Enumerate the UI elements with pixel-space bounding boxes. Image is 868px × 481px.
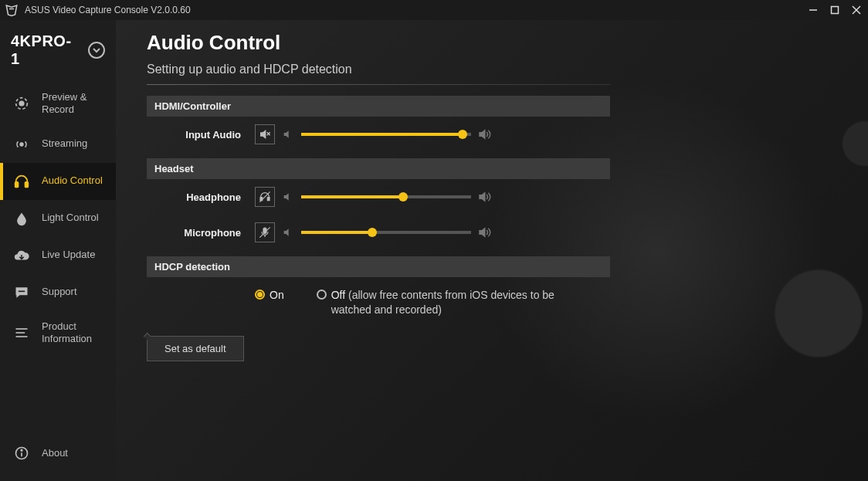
svg-marker-20 bbox=[480, 130, 485, 139]
device-switcher[interactable]: 4KPRO-1 bbox=[0, 25, 116, 82]
volume-low-icon bbox=[281, 190, 295, 204]
close-button[interactable] bbox=[849, 3, 863, 17]
svg-rect-7 bbox=[15, 181, 19, 186]
sidebar-item-about[interactable]: About bbox=[0, 435, 116, 472]
headphones-icon bbox=[12, 172, 31, 191]
svg-marker-29 bbox=[284, 229, 289, 235]
sidebar-item-product-info[interactable]: Product Information bbox=[0, 311, 116, 355]
sidebar: 4KPRO-1 Preview & Record bbox=[0, 20, 116, 481]
row-input-audio: Input Audio bbox=[147, 117, 610, 152]
svg-rect-9 bbox=[19, 290, 25, 292]
volume-low-icon bbox=[281, 225, 295, 239]
svg-point-5 bbox=[19, 102, 24, 107]
headphone-label: Headphone bbox=[143, 191, 255, 203]
chevron-down-icon bbox=[88, 42, 105, 59]
info-icon bbox=[12, 444, 31, 462]
svg-point-6 bbox=[20, 143, 23, 146]
microphone-mute-toggle[interactable] bbox=[255, 222, 275, 242]
list-icon bbox=[12, 323, 31, 342]
svg-marker-30 bbox=[480, 229, 485, 237]
svg-point-15 bbox=[21, 449, 22, 451]
sidebar-item-support[interactable]: Support bbox=[0, 274, 116, 311]
radio-label: Off (allow free contents from iOS device… bbox=[331, 288, 578, 317]
radio-icon bbox=[317, 290, 327, 300]
headphone-mute-toggle[interactable] bbox=[255, 187, 275, 207]
hdcp-radio-off[interactable]: Off (allow free contents from iOS device… bbox=[317, 288, 578, 317]
sidebar-item-label: Preview & Record bbox=[42, 91, 108, 117]
section-header: HDCP detection bbox=[147, 256, 610, 277]
stream-icon bbox=[12, 135, 31, 154]
row-microphone: Microphone bbox=[147, 215, 610, 250]
svg-rect-1 bbox=[832, 7, 839, 14]
section-headset: Headset Headphone bbox=[147, 158, 610, 250]
volume-high-icon bbox=[477, 225, 491, 239]
svg-marker-24 bbox=[284, 193, 289, 200]
set-as-default-button[interactable]: Set as default bbox=[147, 336, 244, 361]
headphone-slider[interactable] bbox=[301, 195, 471, 198]
sidebar-item-label: Product Information bbox=[42, 320, 108, 346]
sidebar-item-label: Live Update bbox=[42, 249, 95, 261]
device-name: 4KPRO-1 bbox=[11, 32, 80, 68]
sidebar-item-streaming[interactable]: Streaming bbox=[0, 126, 116, 163]
radio-icon bbox=[255, 290, 265, 300]
hdcp-radio-on[interactable]: On bbox=[255, 288, 284, 303]
sidebar-item-audio-control[interactable]: Audio Control bbox=[0, 163, 116, 200]
microphone-slider[interactable] bbox=[301, 231, 471, 234]
row-headphone: Headphone bbox=[147, 179, 610, 215]
page-subtitle: Setting up audio and HDCP detection bbox=[147, 63, 845, 76]
window-titlebar: ASUS Video Capture Console V2.0.0.60 bbox=[0, 0, 868, 20]
sidebar-item-label: Light Control bbox=[42, 212, 99, 224]
page-title: Audio Control bbox=[147, 31, 845, 55]
main-panel: Audio Control Setting up audio and HDCP … bbox=[116, 20, 868, 481]
tuf-logo-icon bbox=[5, 3, 19, 17]
window-title: ASUS Video Capture Console V2.0.0.60 bbox=[25, 5, 798, 15]
sidebar-item-label: About bbox=[42, 447, 68, 459]
droplet-icon bbox=[12, 209, 31, 228]
sidebar-item-light-control[interactable]: Light Control bbox=[0, 200, 116, 237]
volume-high-icon bbox=[477, 127, 491, 141]
volume-low-icon bbox=[281, 127, 295, 141]
volume-high-icon bbox=[477, 190, 491, 204]
svg-rect-22 bbox=[267, 198, 270, 201]
maximize-button[interactable] bbox=[828, 3, 842, 17]
section-header: HDMI/Controller bbox=[147, 96, 610, 117]
mute-toggle[interactable] bbox=[255, 124, 275, 144]
microphone-label: Microphone bbox=[143, 227, 255, 239]
chat-icon bbox=[12, 283, 31, 302]
section-header: Headset bbox=[147, 158, 610, 179]
svg-marker-25 bbox=[480, 193, 485, 202]
input-audio-label: Input Audio bbox=[143, 129, 255, 141]
section-hdmi: HDMI/Controller Input Audio bbox=[147, 96, 610, 152]
svg-marker-16 bbox=[261, 130, 266, 137]
divider bbox=[147, 84, 610, 85]
svg-rect-8 bbox=[25, 181, 29, 186]
sidebar-item-live-update[interactable]: Live Update bbox=[0, 237, 116, 274]
minimize-button[interactable] bbox=[806, 3, 820, 17]
input-audio-slider[interactable] bbox=[301, 133, 471, 136]
cloud-download-icon bbox=[12, 246, 31, 265]
sidebar-item-label: Audio Control bbox=[42, 174, 103, 187]
sidebar-item-label: Support bbox=[42, 286, 77, 298]
section-hdcp: HDCP detection On Off (allow free conten… bbox=[147, 256, 610, 317]
radio-label: On bbox=[270, 288, 284, 303]
svg-marker-19 bbox=[284, 130, 289, 137]
record-icon bbox=[12, 94, 31, 113]
sidebar-item-preview-record[interactable]: Preview & Record bbox=[0, 82, 116, 126]
sidebar-item-label: Streaming bbox=[42, 137, 87, 150]
